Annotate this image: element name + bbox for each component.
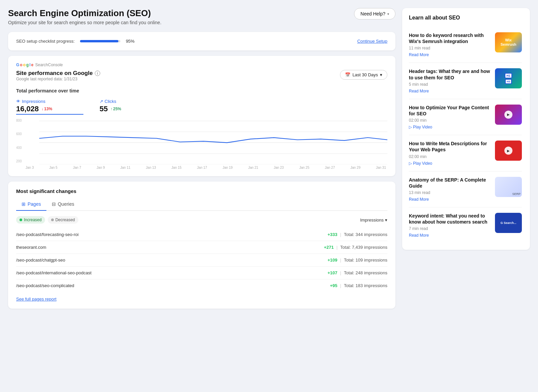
learn-item-text: Header tags: What they are and how to us… [409,68,490,93]
need-help-button[interactable]: Need Help? ▾ [354,8,395,19]
clicks-label: Clicks [105,99,116,104]
learn-item: Header tags: What they are and how to us… [409,63,522,99]
learn-item-action[interactable]: ▷ Play Video [409,125,490,129]
thumbnail-video-man: ▶ [495,141,522,161]
table-row: /seo-podcast/international-seo-podcast +… [16,267,387,279]
learn-item-action[interactable]: Read More [409,89,490,93]
learn-thumb: G Search... [495,213,522,233]
filter-badges: Increased Decreased [16,216,78,224]
decreased-label: Decreased [55,218,75,222]
learn-item-title: Keyword intent: What you need to know ab… [409,213,490,225]
learn-thumb: ▶ [495,105,522,125]
progress-bar-fill [80,40,118,42]
table-row: /seo-podcast/chatgpt-seo +109 | Total: 1… [16,254,387,267]
stat-separator: | [340,283,341,288]
chart-svg [16,117,387,164]
learn-item-action[interactable]: Read More [409,197,490,202]
learn-item-title: How to Write Meta Descriptions for Your … [409,141,490,153]
info-icon[interactable]: i [95,71,100,76]
performance-date: Google last reported data: 1/31/23 [16,77,100,81]
stat-total: Total: 7,439 impressions [340,245,387,250]
learn-item-action[interactable]: Read More [409,52,490,57]
play-button-icon[interactable]: ▶ [504,111,512,119]
learn-thumb: H1 H3 [495,68,522,88]
clicks-change: ↑ 25% [110,107,121,111]
learn-item-title: Header tags: What they are and how to us… [409,68,490,80]
learn-item-text: How to Optimize Your Page Content for SE… [409,105,490,129]
table-row: /seo-podcast/forecasting-seo-roi +333 | … [16,228,387,241]
data-table: /seo-podcast/forecasting-seo-roi +333 | … [16,228,387,292]
page-subtitle: Optimize your site for search engines so… [8,20,161,25]
learn-item-title: How to Optimize Your Page Content for SE… [409,105,490,117]
learn-item-meta: 02:00 min [409,118,490,123]
learn-item-meta: 11 min read [409,46,490,50]
dot-green [20,219,22,221]
changes-card: Most significant changes ⊞ Pages ⊟ Queri… [8,182,395,309]
learn-item-meta: 13 min read [409,190,490,195]
stat-total: Total: 109 impressions [344,258,387,263]
stat-separator: | [336,245,337,250]
learn-item-text: How to Write Meta Descriptions for Your … [409,141,490,165]
thumbnail-serp: SERP [495,177,522,197]
changes-tabs: ⊞ Pages ⊟ Queries [16,199,387,211]
stat-separator: | [340,258,341,263]
dot-gray [51,219,54,221]
tab-queries[interactable]: ⊟ Queries [46,199,80,211]
learn-scroll[interactable]: How to do keyword research with Wix's Se… [409,27,523,243]
stat-total: Total: 248 impressions [344,270,387,275]
learn-item-title: Anatomy of the SERP: A Complete Guide [409,177,490,189]
learn-item-text: Anatomy of the SERP: A Complete Guide 13… [409,177,490,202]
x-axis-labels: Jan 3 Jan 5 Jan 7 Jan 9 Jan 11 Jan 13 Ja… [16,166,387,169]
stat-separator: | [340,270,341,275]
performance-chart: 800 600 400 200 [16,117,387,164]
thumbnail-keyword: WixSemrush [495,32,522,52]
thumbnail-header: H1 H3 [495,68,522,88]
table-row: theseorant.com +271 | Total: 7,439 impre… [16,241,387,254]
eye-icon: 👁 [16,99,21,104]
learn-item-action[interactable]: ▷ Play Video [409,161,490,166]
clicks-value: 55 [100,105,108,113]
play-button-icon[interactable]: ▶ [504,147,512,155]
row-stats: +109 | Total: 109 impressions [328,258,387,263]
learn-item: How to do keyword research with Wix's Se… [409,27,522,63]
row-url: /seo-podcast/forecasting-seo-roi [16,232,79,237]
row-stats: +95 | Total: 183 impressions [330,283,387,288]
row-stats: +107 | Total: 248 impressions [328,270,387,275]
page-title: Search Engine Optimization (SEO) [8,8,161,18]
learn-item-action[interactable]: Read More [409,233,490,238]
learn-item: Keyword intent: What you need to know ab… [409,207,522,243]
queries-tab-label: Queries [58,201,74,207]
stat-change: +271 [324,245,334,250]
performance-card: Google SearchConsole Site performance on… [8,56,395,176]
continue-setup-link[interactable]: Continue Setup [357,39,387,44]
badge-decreased[interactable]: Decreased [48,216,78,224]
learn-item-meta: 5 min read [409,82,490,87]
setup-label: SEO setup checklist progress: [16,39,75,44]
increased-label: Increased [24,218,42,222]
need-help-label: Need Help? [360,11,385,16]
calendar-icon: 📅 [345,72,350,77]
stat-change: +109 [328,258,337,263]
impressions-underline [16,114,83,115]
sort-button[interactable]: Impressions ▾ [360,218,387,223]
stat-separator: | [340,232,341,237]
filter-row: Increased Decreased Impressions ▾ [16,216,387,224]
pages-tab-icon: ⊞ [22,201,26,207]
progress-bar [80,40,120,42]
learn-item: How to Write Meta Descriptions for Your … [409,135,522,171]
badge-increased[interactable]: Increased [16,216,45,224]
progress-percent: 95% [126,39,134,44]
sort-label: Impressions [360,218,384,223]
learn-panel: Learn all about SEO How to do keyword re… [402,8,530,250]
chart-title: Total performance over time [16,88,387,93]
cursor-icon: ↗ [100,99,103,104]
learn-item-title: How to do keyword research with Wix's Se… [409,32,490,44]
row-url: /seo-podcast/international-seo-podcast [16,270,91,275]
date-range-button[interactable]: 📅 Last 30 Days ▾ [340,70,387,80]
chart-metrics: 👁 Impressions 16,028 ↓ 13% ↗ Clicks [16,99,387,115]
see-report-link[interactable]: See full pages report [16,297,56,302]
learn-item: Anatomy of the SERP: A Complete Guide 13… [409,171,522,207]
tab-pages[interactable]: ⊞ Pages [16,199,46,211]
row-url: theseorant.com [16,245,46,250]
learn-item-meta: 02:00 min [409,154,490,159]
